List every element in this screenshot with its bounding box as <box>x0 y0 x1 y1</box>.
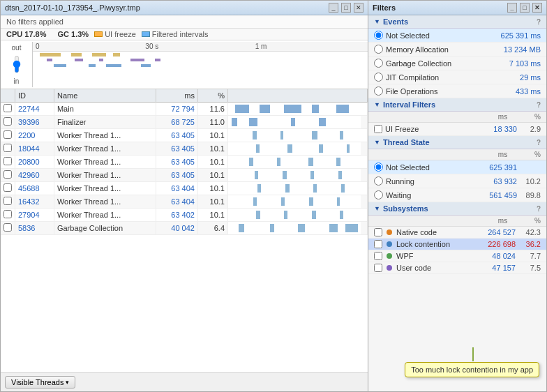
subsystems-sub-header: ms % <box>368 216 546 227</box>
threadstate-notselected-radio[interactable] <box>374 163 383 172</box>
events-section-header[interactable]: ▼ Events ? <box>368 15 546 29</box>
interval-section-header[interactable]: ▼ Interval Filters ? <box>368 98 546 112</box>
spark-block <box>309 197 313 206</box>
row-id: 18044 <box>15 142 54 156</box>
interval-uifreeze-value: 18 330 <box>482 125 517 133</box>
row-name: Worker Thread 1... <box>54 195 156 209</box>
table-row[interactable]: 42960Worker Thread 1...63 40510.1 <box>1 169 368 182</box>
subsystems-wpf-checkbox[interactable] <box>374 252 382 260</box>
filters-content: ▼ Events ? Not Selected 625 391 ms Memor… <box>368 15 546 391</box>
filtered-label: Filtered intervals <box>152 30 209 38</box>
thread-table-body: 22744Main72 79411.639396Finalizer68 7251… <box>1 103 368 235</box>
row-sparkline <box>228 182 368 195</box>
gc-bar-5 <box>155 59 160 61</box>
threadstate-help[interactable]: ? <box>537 139 541 146</box>
col-id[interactable]: ID <box>15 89 54 103</box>
table-row[interactable]: 5836Garbage Collection40 0426.4 <box>1 222 368 235</box>
table-row[interactable]: 45688Worker Thread 1...63 40410.1 <box>1 182 368 195</box>
spark-block <box>319 144 323 153</box>
table-row[interactable]: 16432Worker Thread 1...63 40410.1 <box>1 195 368 209</box>
subsystems-lock-checkbox[interactable] <box>374 240 382 248</box>
event-file-row[interactable]: File Operations 433 ms <box>368 84 546 98</box>
interval-help[interactable]: ? <box>537 101 541 109</box>
table-row[interactable]: 39396Finalizer68 72511.0 <box>1 116 368 129</box>
event-jit-radio[interactable] <box>374 73 383 82</box>
right-close-button[interactable]: ✕ <box>532 3 542 13</box>
table-row[interactable]: 18044Worker Thread 1...63 40510.1 <box>1 142 368 156</box>
event-memory-radio[interactable] <box>374 45 383 54</box>
right-maximize-button[interactable]: □ <box>520 3 530 13</box>
threadstate-running-row[interactable]: Running 63 932 10.2 <box>368 174 546 188</box>
col-ms[interactable]: ms <box>156 89 197 103</box>
table-row[interactable]: 20800Worker Thread 1...63 40510.1 <box>1 156 368 169</box>
row-pct: 10.1 <box>197 156 227 169</box>
event-jit-row[interactable]: JIT Compilation 29 ms <box>368 70 546 84</box>
row-checkbox[interactable] <box>3 183 12 192</box>
threadstate-col-pct: % <box>507 151 541 158</box>
in-label: in <box>14 77 20 85</box>
col-name[interactable]: Name <box>54 89 156 103</box>
row-checkbox[interactable] <box>3 144 12 152</box>
right-minimize-button[interactable]: _ <box>507 3 517 13</box>
spark-block <box>312 131 317 140</box>
event-memory-row[interactable]: Memory Allocation 13 234 MB <box>368 43 546 56</box>
event-not-selected-row[interactable]: Not Selected 625 391 ms <box>368 29 546 43</box>
threadstate-notselected-row[interactable]: Not Selected 625 391 <box>368 160 546 174</box>
row-name: Worker Thread 1... <box>54 129 156 142</box>
interval-uifreeze-checkbox[interactable] <box>374 125 382 133</box>
row-checkbox[interactable] <box>3 130 12 139</box>
spark-block <box>329 224 338 232</box>
row-checkbox[interactable] <box>3 170 12 179</box>
threadstate-waiting-row[interactable]: Waiting 561 459 89.8 <box>368 188 546 202</box>
row-checkbox[interactable] <box>3 210 12 218</box>
close-button[interactable]: ✕ <box>354 3 364 13</box>
tooltip-line <box>472 347 474 361</box>
event-gc-radio[interactable] <box>374 59 383 68</box>
spark-block <box>347 144 350 153</box>
table-row[interactable]: 27904Worker Thread 1...63 40210.1 <box>1 209 368 222</box>
threadstate-section-header[interactable]: ▼ Thread State ? <box>368 136 546 149</box>
tooltip-text: Too much lock contention in my app <box>411 365 533 374</box>
subsystems-section-header[interactable]: ▼ Subsystems ? <box>368 202 546 216</box>
row-checkbox[interactable] <box>3 197 12 205</box>
event-not-selected-radio[interactable] <box>374 31 383 40</box>
spark-block <box>257 184 261 193</box>
timeline-canvas[interactable] <box>33 52 368 87</box>
subsystems-usercode-checkbox[interactable] <box>374 264 382 272</box>
subsystems-native-checkbox[interactable] <box>374 228 382 236</box>
spark-block <box>345 224 358 232</box>
event-gc-row[interactable]: Garbage Collection 7 103 ms <box>368 56 546 70</box>
events-help[interactable]: ? <box>537 18 541 26</box>
gc-bar-3 <box>99 59 103 61</box>
row-ms: 72 794 <box>156 103 197 116</box>
table-row[interactable]: 22744Main72 79411.6 <box>1 103 368 116</box>
ui-freeze-indicator: UI freeze <box>94 30 136 38</box>
col-pct[interactable]: % <box>197 89 227 103</box>
row-ms: 63 404 <box>156 195 197 209</box>
threadstate-running-radio[interactable] <box>374 176 383 186</box>
minimize-button[interactable]: _ <box>329 3 338 13</box>
visible-threads-label: Visible Threads <box>11 378 63 386</box>
row-ms: 63 405 <box>156 129 197 142</box>
threadstate-waiting-radio[interactable] <box>374 190 383 199</box>
row-checkbox[interactable] <box>3 223 12 232</box>
row-name: Worker Thread 1... <box>54 182 156 195</box>
row-sparkline <box>228 116 368 129</box>
maximize-button[interactable]: □ <box>341 3 351 13</box>
event-file-radio[interactable] <box>374 86 383 96</box>
visible-threads-button[interactable]: Visible Threads ▾ <box>5 376 75 389</box>
left-panel: dtsn_2017-01-10_173954_.Piwysyr.tmp _ □ … <box>0 0 368 392</box>
row-pct: 10.1 <box>197 182 227 195</box>
row-checkbox[interactable] <box>3 157 12 165</box>
row-name: Worker Thread 1... <box>54 142 156 156</box>
spark-block <box>232 118 237 126</box>
row-sparkline <box>228 169 368 182</box>
row-checkbox[interactable] <box>3 117 12 126</box>
table-row[interactable]: 2200Worker Thread 1...63 40510.1 <box>1 129 368 142</box>
zoom-slider[interactable] <box>13 56 20 73</box>
row-pct: 11.0 <box>197 116 227 129</box>
subsystems-help[interactable]: ? <box>537 205 541 213</box>
gc-bar-4 <box>130 59 144 61</box>
row-checkbox[interactable] <box>3 104 12 112</box>
timeline-area[interactable]: out in 0 30 s 1 m <box>1 40 368 89</box>
